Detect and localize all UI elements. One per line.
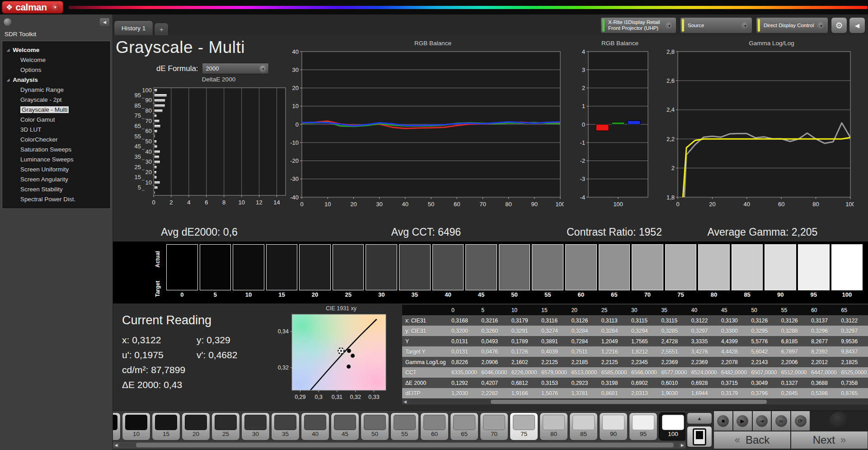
sidebar-item-grayscale-2pt[interactable]: Grayscale - 2pt bbox=[2, 95, 110, 105]
sidebar-item-spectral-power-dist[interactable]: Spectral Power Dist. bbox=[2, 194, 110, 204]
settings-gear-button[interactable]: ⚙ bbox=[831, 17, 847, 33]
pattern-level-30[interactable]: 30 bbox=[241, 412, 270, 441]
pattern-level-50[interactable]: 50 bbox=[361, 412, 389, 441]
pattern-level-35[interactable]: 35 bbox=[271, 412, 300, 441]
svg-text:40: 40 bbox=[744, 201, 750, 208]
pattern-level-5[interactable]: 5 bbox=[113, 412, 121, 441]
pattern-level-10[interactable]: 10 bbox=[122, 412, 150, 441]
swatch-fill bbox=[532, 244, 563, 290]
levels-scroll-thumb[interactable] bbox=[136, 443, 673, 447]
table-col-45[interactable]: 45 bbox=[718, 305, 748, 315]
table-col-25[interactable]: 25 bbox=[598, 305, 628, 315]
pattern-level-55[interactable]: 55 bbox=[390, 412, 419, 441]
pattern-level-80[interactable]: 80 bbox=[540, 412, 568, 441]
tab-history-1[interactable]: History 1 bbox=[114, 20, 153, 35]
swatch-fill bbox=[299, 244, 331, 290]
table-row-target-y[interactable]: Target Y0,01310,04760,17260,40390,75111,… bbox=[402, 346, 868, 357]
dropdown-x-rite[interactable]: X-Rite i1Display Retail Front Projector … bbox=[601, 17, 676, 33]
workflow-orb-button[interactable] bbox=[3, 18, 12, 27]
table-cell: 0,3126 bbox=[568, 315, 598, 326]
table-col-0[interactable]: 0 bbox=[448, 305, 478, 315]
table-scroll-thumb[interactable] bbox=[491, 400, 767, 404]
dropdown-source[interactable]: Source▼ bbox=[680, 17, 752, 33]
table-col-5[interactable]: 5 bbox=[478, 305, 508, 315]
step-button[interactable]: ⇥ bbox=[752, 411, 772, 431]
rgb-bar-chart-title: RGB Balance bbox=[567, 40, 657, 48]
sidebar-item-3d-lut[interactable]: 3D LUT bbox=[2, 125, 110, 135]
pattern-level-40[interactable]: 40 bbox=[301, 412, 329, 441]
pattern-level-70[interactable]: 70 bbox=[480, 412, 508, 441]
table-row-deitp[interactable]: dEITP1,20302,22821,91661,50761,37810,868… bbox=[402, 388, 868, 398]
loop-button[interactable]: ∞ bbox=[771, 411, 791, 431]
dropdown-direct[interactable]: Direct Display Control▼ bbox=[756, 17, 828, 33]
next-button[interactable]: Next » bbox=[791, 431, 868, 449]
pattern-level-65[interactable]: 65 bbox=[450, 412, 479, 441]
table-row-cct[interactable]: CCT6335,00006046,00006226,00006579,00006… bbox=[402, 367, 868, 378]
logo-menu-chevron-icon[interactable]: ▼ bbox=[52, 4, 59, 11]
refresh-button[interactable]: ⟳ bbox=[791, 411, 810, 431]
table-col-55[interactable]: 55 bbox=[778, 305, 808, 315]
table-row-gamma-log-log[interactable]: Gamma Log/Log0,82262,09062,16022,21252,2… bbox=[402, 357, 868, 367]
pattern-level-60[interactable]: 60 bbox=[420, 412, 449, 441]
table-col-60[interactable]: 60 bbox=[808, 305, 838, 315]
pattern-level-15[interactable]: 15 bbox=[152, 412, 180, 441]
table-col-15[interactable]: 15 bbox=[538, 305, 568, 315]
sidebar-item-screen-uniformity[interactable]: Screen Uniformity bbox=[2, 165, 110, 175]
expander-icon[interactable]: ◢ bbox=[7, 48, 9, 52]
table-col-50[interactable]: 50 bbox=[748, 305, 778, 315]
level-label: 60 bbox=[421, 431, 448, 437]
pattern-level-75[interactable]: 75 bbox=[510, 412, 538, 441]
table-col-65[interactable]: 65 bbox=[838, 305, 868, 315]
sidebar-item-colorchecker[interactable]: ColorChecker bbox=[2, 135, 110, 145]
panel-collapse-button[interactable]: ◀ bbox=[849, 17, 865, 33]
pattern-level-100[interactable]: 100 bbox=[659, 412, 685, 441]
table-row-y[interactable]: Y0,01310,04930,17890,38910,72841,20491,7… bbox=[402, 336, 868, 346]
table-col-35[interactable]: 35 bbox=[658, 305, 688, 315]
sidebar-item-welcome[interactable]: Welcome bbox=[2, 55, 110, 65]
pattern-level-90[interactable]: 90 bbox=[599, 412, 628, 441]
back-button[interactable]: « Back bbox=[713, 431, 791, 449]
pattern-window-button[interactable] bbox=[687, 426, 712, 447]
play-button[interactable]: ▶ bbox=[733, 411, 752, 431]
levels-scrollbar[interactable]: ◀ ▶ bbox=[113, 442, 685, 448]
table-col-40[interactable]: 40 bbox=[688, 305, 718, 315]
pattern-level-45[interactable]: 45 bbox=[331, 412, 359, 441]
sidebar-item-analysis[interactable]: ◢Analysis bbox=[2, 75, 110, 85]
scroll-left-icon[interactable]: ◀ bbox=[113, 443, 119, 447]
sidebar-item-dynamic-range[interactable]: Dynamic Range bbox=[2, 85, 110, 95]
table-row-y-cie31[interactable]: y: CIE310,32000,32600,32910,32740,32840,… bbox=[402, 326, 868, 336]
swatch-level-label: 60 bbox=[565, 290, 597, 300]
add-tab-button[interactable]: + bbox=[154, 23, 169, 35]
levels-expand-button[interactable]: ▲ bbox=[687, 412, 712, 424]
table-scrollbar[interactable]: ◀ bbox=[402, 399, 868, 404]
de-formula-select[interactable]: 2000 ▼ bbox=[202, 63, 269, 74]
sidebar-item-luminance-sweeps[interactable]: Luminance Sweeps bbox=[2, 155, 110, 165]
sidebar-item-saturation-sweeps[interactable]: Saturation Sweeps bbox=[2, 145, 110, 155]
pattern-level-20[interactable]: 20 bbox=[182, 412, 210, 441]
table-row-x-cie31[interactable]: x: CIE310,31680,32160,31790,31160,31260,… bbox=[402, 315, 868, 326]
table-col-10[interactable]: 10 bbox=[508, 305, 538, 315]
table-cell: 1,9030 bbox=[658, 388, 688, 398]
workflow-title: SDR Toolkit bbox=[0, 30, 113, 41]
pattern-level-85[interactable]: 85 bbox=[569, 412, 598, 441]
sidebar-item-grayscale-multi[interactable]: Grayscale - Multi bbox=[2, 105, 110, 115]
scroll-right-icon[interactable]: ▶ bbox=[679, 443, 685, 447]
pattern-level-25[interactable]: 25 bbox=[211, 412, 240, 441]
stop-button[interactable]: ■ bbox=[713, 411, 733, 431]
sidebar-item-color-gamut[interactable]: Color Gamut bbox=[2, 115, 110, 125]
calman-logo-button[interactable]: ❖ calman ▼ bbox=[2, 1, 63, 14]
svg-text:70: 70 bbox=[479, 201, 486, 208]
scroll-left-icon[interactable]: ◀ bbox=[402, 400, 408, 404]
table-col-20[interactable]: 20 bbox=[568, 305, 598, 315]
sidebar-item-options[interactable]: Options bbox=[2, 65, 110, 75]
table-row-e-2000[interactable]: ΔE 20000,12920,42070,68120,31530,29230,3… bbox=[402, 378, 868, 388]
table-col-30[interactable]: 30 bbox=[628, 305, 658, 315]
pattern-level-95[interactable]: 95 bbox=[629, 412, 657, 441]
swatch-level-label: 25 bbox=[333, 290, 364, 300]
sidebar-collapse-icon[interactable]: ◀ bbox=[100, 18, 109, 26]
sidebar-item-screen-stability[interactable]: Screen Stability bbox=[2, 185, 110, 194]
sidebar-item-screen-angularity[interactable]: Screen Angularity bbox=[2, 175, 110, 185]
expander-icon[interactable]: ◢ bbox=[7, 78, 9, 82]
level-label: 80 bbox=[540, 431, 568, 437]
sidebar-item-welcome[interactable]: ◢Welcome bbox=[2, 45, 110, 55]
